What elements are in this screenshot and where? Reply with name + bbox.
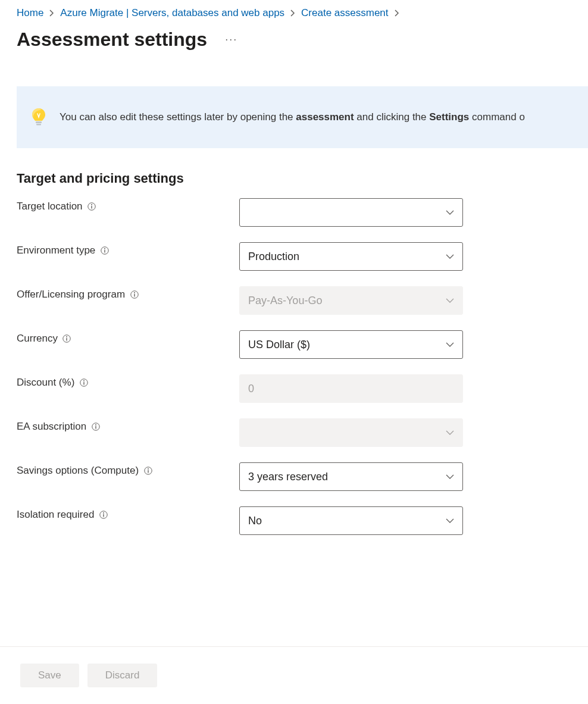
label-ea-subscription: EA subscription <box>17 421 86 433</box>
label-environment-type: Environment type <box>17 245 95 256</box>
label-currency: Currency <box>17 333 58 345</box>
select-isolation-required[interactable]: No <box>239 506 463 535</box>
form-target-pricing: Target location Environment type <box>17 201 588 535</box>
select-offer-licensing: Pay-As-You-Go <box>239 286 463 315</box>
svg-point-21 <box>148 468 149 470</box>
svg-rect-13 <box>67 338 67 341</box>
svg-rect-10 <box>134 294 135 297</box>
svg-point-12 <box>66 336 67 337</box>
select-environment-type[interactable]: Production <box>239 242 463 271</box>
more-actions-button[interactable]: ··· <box>221 31 241 48</box>
chevron-right-icon <box>395 10 399 17</box>
label-offer-licensing: Offer/Licensing program <box>17 289 125 301</box>
chevron-down-icon <box>446 209 454 215</box>
svg-rect-0 <box>36 121 42 123</box>
info-icon[interactable] <box>62 334 71 343</box>
svg-point-15 <box>83 380 85 381</box>
breadcrumb-azure-migrate[interactable]: Azure Migrate | Servers, databases and w… <box>60 7 284 19</box>
select-savings-options[interactable]: 3 years reserved <box>239 462 463 491</box>
label-isolation-required: Isolation required <box>17 509 94 521</box>
label-target-location: Target location <box>17 201 83 212</box>
svg-rect-7 <box>104 250 105 253</box>
chevron-down-icon <box>446 298 454 303</box>
select-currency[interactable]: US Dollar ($) <box>239 330 463 359</box>
svg-rect-16 <box>83 382 84 385</box>
lightbulb-icon <box>31 108 46 127</box>
info-icon[interactable] <box>87 202 96 211</box>
page-title: Assessment settings <box>17 29 207 51</box>
info-icon[interactable] <box>130 290 139 299</box>
info-icon[interactable] <box>100 246 109 255</box>
chevron-right-icon <box>49 10 54 17</box>
svg-point-24 <box>103 512 104 514</box>
svg-point-18 <box>95 424 96 425</box>
info-icon[interactable] <box>79 378 88 387</box>
chevron-down-icon <box>446 342 454 348</box>
label-discount: Discount (%) <box>17 377 74 389</box>
section-heading-target-pricing: Target and pricing settings <box>17 171 588 186</box>
svg-rect-4 <box>91 206 92 209</box>
info-banner: You can also edit these settings later b… <box>17 86 588 148</box>
label-savings-options: Savings options (Compute) <box>17 465 139 477</box>
select-ea-subscription <box>239 418 463 447</box>
breadcrumb-home[interactable]: Home <box>17 7 43 19</box>
svg-rect-22 <box>148 470 148 473</box>
svg-rect-1 <box>36 124 41 126</box>
svg-rect-19 <box>95 426 96 429</box>
svg-rect-25 <box>103 514 104 517</box>
info-icon[interactable] <box>99 511 108 520</box>
chevron-right-icon <box>290 10 295 17</box>
save-button[interactable]: Save <box>20 664 79 687</box>
chevron-down-icon <box>446 518 454 524</box>
info-banner-text: You can also edit these settings later b… <box>60 111 525 123</box>
discard-button[interactable]: Discard <box>87 664 158 687</box>
chevron-down-icon <box>446 474 454 480</box>
info-icon[interactable] <box>91 423 100 431</box>
chevron-down-icon <box>446 430 454 436</box>
info-icon[interactable] <box>143 467 152 475</box>
chevron-down-icon <box>446 254 454 259</box>
svg-point-9 <box>134 292 135 293</box>
input-discount: 0 <box>239 374 463 403</box>
svg-point-6 <box>104 248 105 249</box>
breadcrumb: Home Azure Migrate | Servers, databases … <box>0 0 588 19</box>
footer-actions: Save Discard <box>0 646 588 704</box>
svg-point-3 <box>91 204 92 205</box>
select-target-location[interactable] <box>239 198 463 227</box>
breadcrumb-create-assessment[interactable]: Create assessment <box>301 7 388 19</box>
